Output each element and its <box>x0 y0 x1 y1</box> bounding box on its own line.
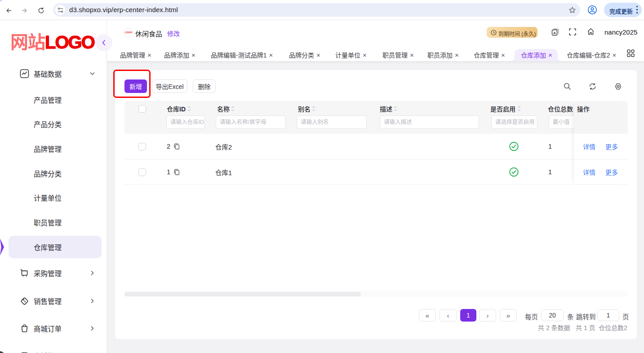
svg-text:A: A <box>553 31 556 35</box>
